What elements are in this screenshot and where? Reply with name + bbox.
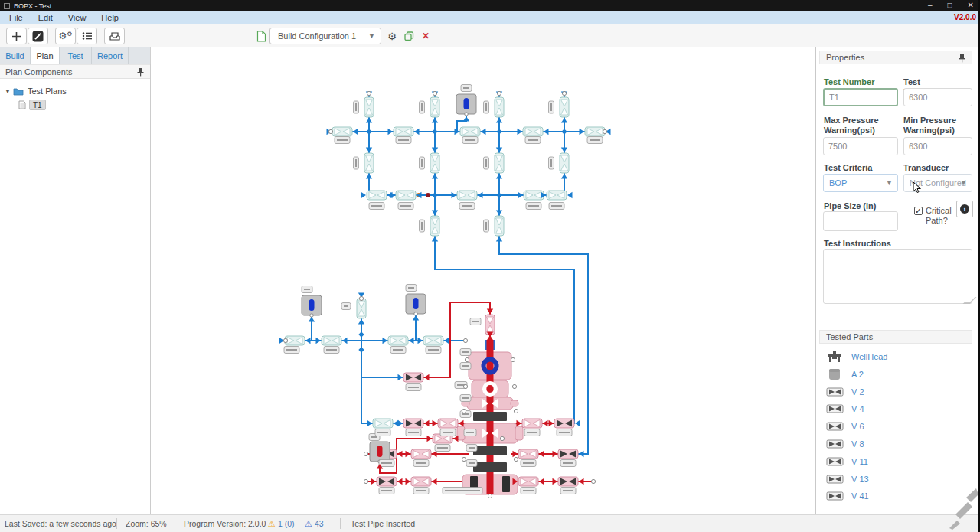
tested-part-label: V 2 [851, 387, 864, 397]
min-pressure-input[interactable] [903, 137, 972, 155]
config-settings-button[interactable]: ⚙ [385, 29, 399, 43]
valve-icon [825, 491, 844, 501]
tested-part-v2[interactable]: V 2 [825, 383, 864, 400]
test-criteria-select[interactable]: BOP ▼ [823, 174, 898, 192]
menu-file[interactable]: File [2, 11, 31, 24]
max-pressure-input[interactable] [823, 137, 898, 155]
plan-components-header: Plan Components [0, 64, 150, 79]
tested-part-label: V 11 [851, 457, 868, 466]
list-button[interactable] [77, 28, 97, 44]
tab-test[interactable]: Test [60, 47, 92, 64]
add-button[interactable] [6, 28, 27, 44]
wellhead-icon [825, 351, 844, 363]
tested-part-v41[interactable]: V 41 [825, 488, 869, 504]
pin-icon[interactable] [959, 54, 965, 63]
copy-icon [404, 31, 414, 41]
info-counter[interactable]: ⚠43 [305, 515, 324, 532]
title-bar: BOPX - Test – □ ✕ [0, 0, 980, 11]
menu-help[interactable]: Help [93, 11, 126, 24]
pipe-size-label: Pipe Size (in) [824, 201, 876, 211]
pipe-size-input[interactable] [823, 211, 898, 231]
app-window: { "window": {"title": "BOPX - Test", "ve… [0, 0, 980, 532]
min-pressure-label: Min Pressure Warning(psi) [903, 116, 972, 135]
warning-icon: ⚠ [268, 519, 276, 528]
tree-node-label: T1 [29, 100, 46, 110]
test-criteria-value: BOP [829, 178, 847, 188]
archive-button[interactable] [104, 28, 125, 44]
toolbar: ⚙⚙ Build Configuration 1 ▼ ⚙ ✕ [0, 24, 980, 47]
transducer-select[interactable]: Not Configured ▼ [903, 174, 972, 192]
tested-part-v8[interactable]: V 8 [825, 436, 864, 452]
folder-icon [13, 87, 24, 96]
tab-build[interactable]: Build [0, 47, 31, 64]
status-divider [340, 518, 341, 529]
status-bar: Last Saved: a few seconds ago Zoom: 65% … [0, 514, 980, 532]
tested-part-v4[interactable]: V 4 [825, 400, 864, 417]
tested-part-label: A 2 [851, 370, 864, 379]
annular-icon [825, 368, 844, 380]
plus-icon [12, 32, 21, 41]
build-configuration-value: Build Configuration 1 [278, 31, 356, 41]
test-instructions-textarea[interactable] [823, 249, 972, 304]
app-icon [4, 3, 10, 9]
properties-header: Properties [819, 51, 972, 64]
chevron-down-icon: ▼ [886, 175, 893, 191]
valve-icon [825, 456, 844, 467]
test-number-input[interactable] [823, 88, 898, 106]
test-instructions-label: Test Instructions [824, 239, 891, 249]
warning-counter[interactable]: ⚠1 (0) [268, 515, 294, 532]
critical-path-checkbox[interactable]: ✓ [914, 207, 923, 215]
status-divider [172, 518, 172, 529]
transducer-value: Not Configured [910, 178, 966, 188]
close-button[interactable]: ✕ [968, 1, 974, 10]
chevron-down-icon[interactable]: ▼ [4, 88, 11, 95]
build-configuration-dropdown[interactable]: Build Configuration 1 ▼ [270, 28, 381, 44]
tab-report[interactable]: Report [92, 47, 129, 64]
tree-node-test-plans[interactable]: ▼ Test Plans [0, 85, 150, 97]
toolbar-separator [100, 28, 100, 44]
tested-part-a2[interactable]: A 2 [825, 366, 864, 383]
settings-button[interactable]: ⚙⚙ [55, 28, 76, 44]
valve-icon [825, 439, 844, 449]
tree-node-t1[interactable]: T1 [0, 99, 150, 111]
valve-icon [825, 421, 844, 432]
menu-edit[interactable]: Edit [31, 11, 60, 24]
edit-button[interactable] [28, 28, 48, 44]
new-config-button[interactable] [254, 29, 268, 43]
gear-icon: ⚙ [387, 31, 397, 42]
chevron-down-icon: ▼ [368, 28, 375, 44]
menu-view[interactable]: View [60, 11, 94, 24]
tested-part-label: V 13 [851, 475, 869, 484]
plan-components-panel: Plan Components ▼ Test Plans T1 [0, 64, 151, 514]
tested-part-label: V 4 [851, 404, 864, 413]
tested-part-v13[interactable]: V 13 [825, 471, 869, 488]
test-pressure-input[interactable] [903, 88, 972, 106]
critical-path-label: Critical Path? [926, 206, 959, 226]
tested-part-label: V 41 [851, 491, 869, 501]
info-button[interactable]: i [956, 201, 973, 217]
chevron-down-icon: ▼ [960, 175, 967, 191]
pin-icon[interactable] [137, 67, 144, 77]
window-title: BOPX - Test [14, 2, 51, 10]
tested-parts-title: Tested Parts [826, 332, 873, 341]
minimize-button[interactable]: – [928, 1, 933, 10]
delete-config-button[interactable]: ✕ [419, 29, 433, 43]
test-plan-icon [18, 100, 26, 109]
tested-part-wellhead[interactable]: WellHead [825, 348, 888, 365]
program-version-status: Program Version: 2.0.0 [184, 515, 266, 532]
tested-part-v11[interactable]: V 11 [825, 453, 868, 470]
valve-icon [825, 403, 844, 414]
status-divider [116, 518, 117, 529]
tab-plan[interactable]: Plan [31, 47, 60, 64]
test-criteria-label: Test Criteria [824, 163, 872, 173]
alert-icon: ⚠ [305, 519, 312, 528]
maximize-button[interactable]: □ [948, 1, 952, 10]
schematic-canvas[interactable] [151, 47, 815, 514]
pencil-icon [32, 31, 44, 42]
gears-icon: ⚙⚙ [59, 31, 73, 41]
valve-icon [825, 387, 844, 397]
tested-part-v6[interactable]: V 6 [825, 418, 864, 435]
zoom-status: Zoom: 65% [126, 515, 167, 532]
properties-panel: Properties Test Number Test Pressure(psi… [815, 47, 978, 514]
copy-config-button[interactable] [402, 29, 416, 43]
